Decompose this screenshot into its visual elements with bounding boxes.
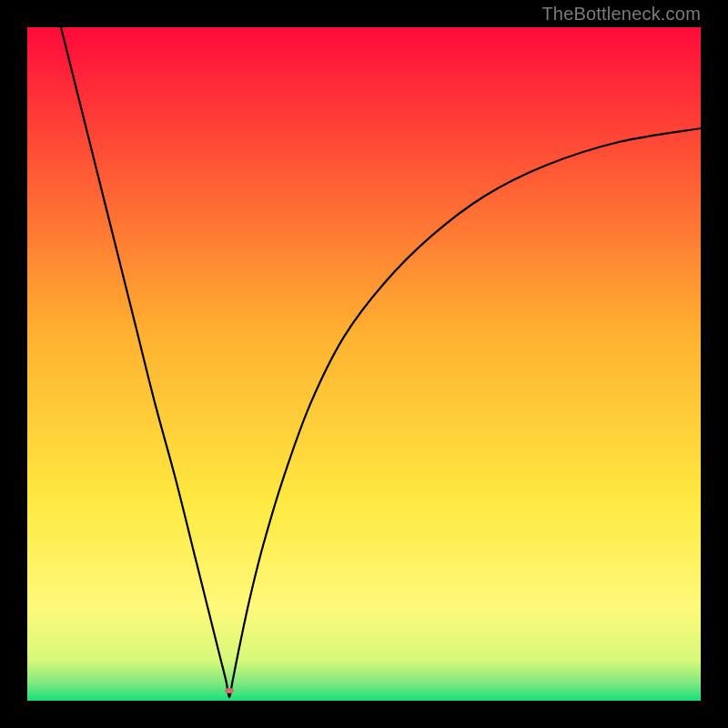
- chart-frame: TheBottleneck.com: [0, 0, 728, 728]
- chart-canvas: [27, 27, 701, 701]
- plot-area: [27, 27, 701, 701]
- watermark-label: TheBottleneck.com: [541, 4, 701, 25]
